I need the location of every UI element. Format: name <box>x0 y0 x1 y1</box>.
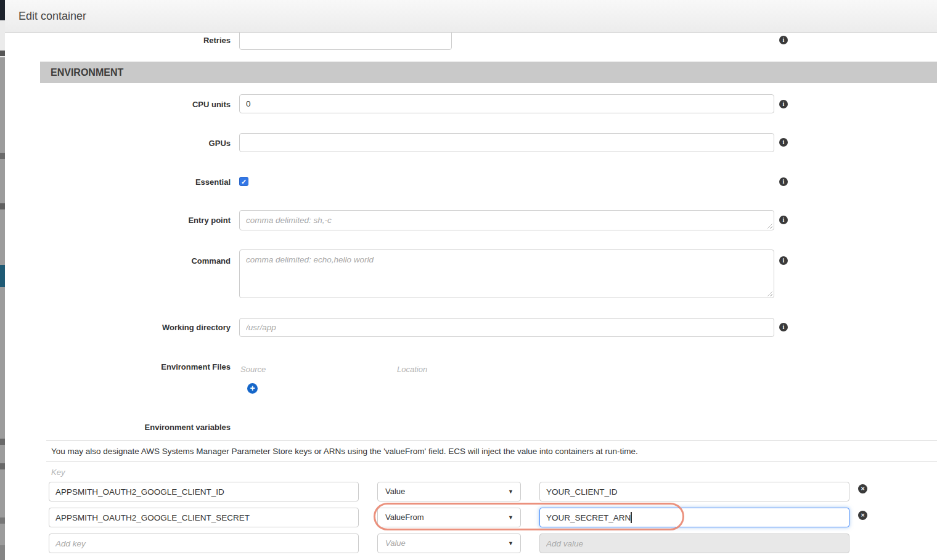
cpu-units-label: CPU units <box>0 100 231 109</box>
env-var-type-select[interactable]: Value ▼ <box>377 482 521 501</box>
cpu-units-info-icon[interactable]: i <box>779 100 788 108</box>
essential-info-icon[interactable]: i <box>779 177 788 186</box>
working-directory-info-icon[interactable]: i <box>779 323 788 331</box>
background-text-fragment <box>0 51 5 56</box>
divider <box>46 461 937 461</box>
entry-point-info-icon[interactable]: i <box>779 216 788 224</box>
dialog-header: Edit container <box>5 0 937 33</box>
env-var-key-input[interactable] <box>49 482 359 501</box>
chevron-down-icon: ▼ <box>508 534 514 553</box>
background-page-sliver <box>0 0 5 560</box>
environment-variables-label: Environment variables <box>0 423 231 432</box>
entry-point-label: Entry point <box>0 216 231 225</box>
command-info-icon[interactable]: i <box>779 256 788 265</box>
env-var-key-input[interactable] <box>49 508 359 527</box>
edit-container-dialog: Edit container Retries i ENVIRONMENT CPU… <box>0 0 937 560</box>
background-text-fragment <box>0 153 5 159</box>
environment-section-header: ENVIRONMENT <box>40 62 937 83</box>
chevron-down-icon: ▼ <box>508 482 514 501</box>
env-var-value-input[interactable] <box>539 508 849 527</box>
gpus-input[interactable] <box>239 133 774 152</box>
divider <box>46 440 937 440</box>
env-files-source-header: Source <box>240 365 266 374</box>
essential-checkbox[interactable]: ✓ <box>239 177 248 186</box>
delete-row-icon[interactable]: ✕ <box>858 511 867 520</box>
background-text-fragment <box>0 517 5 524</box>
working-directory-input[interactable] <box>239 318 774 337</box>
env-var-type-selected: Value <box>385 487 405 496</box>
env-var-value-input[interactable] <box>539 482 849 501</box>
env-var-type-selected: Value <box>385 538 406 548</box>
env-var-type-select[interactable]: ValueFrom ▼ <box>377 508 521 527</box>
background-highlight-sliver <box>0 265 5 287</box>
chevron-down-icon: ▼ <box>508 508 514 527</box>
env-var-type-selected: ValueFrom <box>385 513 424 522</box>
entry-point-textarea[interactable] <box>239 210 774 230</box>
environment-variables-note: You may also designate AWS Systems Manag… <box>51 447 638 456</box>
gpus-label: GPUs <box>0 139 231 148</box>
env-vars-key-header: Key <box>51 468 65 477</box>
command-label: Command <box>0 256 231 266</box>
gpus-info-icon[interactable]: i <box>779 138 788 147</box>
command-textarea[interactable] <box>239 250 774 298</box>
env-files-location-header: Location <box>397 365 427 374</box>
retries-info-icon[interactable]: i <box>779 36 788 44</box>
add-environment-file-button[interactable]: + <box>247 383 258 394</box>
cpu-units-input[interactable] <box>239 94 774 113</box>
env-var-value-input[interactable] <box>539 534 849 553</box>
dialog-title: Edit container <box>18 10 86 23</box>
background-footer-sliver <box>0 545 5 560</box>
background-text-fragment <box>0 463 5 469</box>
background-text-fragment <box>0 439 5 445</box>
background-text-fragment <box>0 203 5 209</box>
environment-section-title: ENVIRONMENT <box>40 62 937 83</box>
env-var-key-input[interactable] <box>49 534 359 553</box>
env-var-type-select[interactable]: Value ▼ <box>377 534 521 553</box>
text-cursor <box>631 512 632 523</box>
background-navbar-sliver <box>0 0 5 20</box>
essential-label: Essential <box>0 177 231 187</box>
retries-label: Retries <box>0 36 231 45</box>
environment-files-label: Environment Files <box>0 362 231 371</box>
delete-row-icon[interactable]: ✕ <box>858 484 867 493</box>
working-directory-label: Working directory <box>0 323 231 332</box>
